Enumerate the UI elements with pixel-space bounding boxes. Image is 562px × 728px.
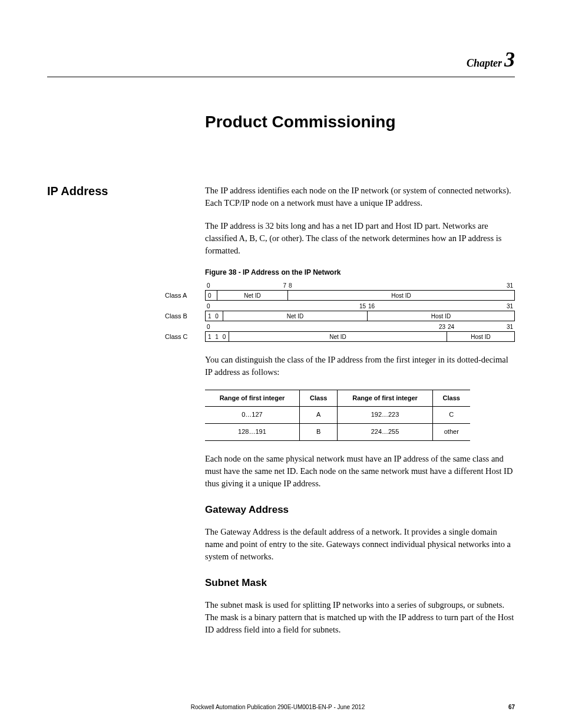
ip-class-range-table: Range of first integer Class Range of fi…: [205, 390, 470, 442]
page-title: Product Commissioning: [205, 113, 515, 131]
body-paragraph: The Gateway Address is the default addre…: [205, 526, 515, 563]
ip-class-diagram: 0 7 8 31 Class A 0 Net ID Host ID 0 15 1…: [165, 282, 515, 342]
prefix-bits: 0: [206, 291, 217, 300]
subsection-heading: Subnet Mask: [205, 576, 515, 591]
table-cell: 192…223: [338, 407, 432, 424]
hostid-segment: Host ID: [368, 311, 514, 321]
bit-num: 15: [219, 303, 366, 309]
table-header: Range of first integer: [338, 390, 432, 407]
body-paragraph: You can distinguish the class of the IP …: [205, 354, 515, 378]
table-header: Class: [299, 390, 338, 407]
figure-caption: Figure 38 - IP Address on the IP Network: [205, 268, 515, 278]
table-cell: other: [432, 424, 470, 441]
body-paragraph: The IP address identifies each node on t…: [205, 185, 515, 209]
subsection-heading: Gateway Address: [205, 503, 515, 518]
table-cell: A: [299, 407, 338, 424]
body-paragraph: The subnet mask is used for splitting IP…: [205, 599, 515, 636]
table-header: Class: [432, 390, 470, 407]
page-footer: Rockwell Automation Publication 290E-UM0…: [47, 704, 515, 710]
bit-num: 0: [207, 303, 219, 309]
table-cell: C: [432, 407, 470, 424]
chapter-number: 3: [504, 48, 515, 71]
bit-num: 8: [286, 282, 295, 289]
table-cell: 224…255: [338, 424, 432, 441]
bit-num: 31: [295, 282, 513, 289]
class-label: Class A: [165, 292, 205, 299]
bit-num: 31: [378, 303, 513, 309]
publication-info: Rockwell Automation Publication 290E-UM0…: [47, 704, 508, 710]
class-label: Class C: [165, 333, 205, 340]
body-paragraph: The IP address is 32 bits long and has a…: [205, 220, 515, 257]
class-label: Class B: [165, 312, 205, 319]
netid-segment: Net ID: [217, 291, 288, 300]
bit-num: 0: [207, 282, 219, 289]
hostid-segment: Host ID: [288, 291, 514, 300]
page-number: 67: [508, 704, 515, 710]
netid-segment: Net ID: [229, 332, 447, 341]
table-header: Range of first integer: [205, 390, 299, 407]
netid-segment: Net ID: [223, 311, 368, 321]
body-paragraph: Each node on the same physical network m…: [205, 453, 515, 490]
chapter-word: Chapter: [467, 57, 502, 69]
bit-num: 16: [366, 303, 378, 309]
prefix-bits: 1 0: [206, 311, 223, 321]
table-cell: B: [299, 424, 338, 441]
header-rule: [47, 77, 515, 77]
prefix-bits: 1 1 0: [206, 332, 229, 341]
bit-num: 7: [219, 282, 286, 289]
section-heading: IP Address: [47, 185, 205, 198]
hostid-segment: Host ID: [447, 332, 514, 341]
bit-num: 0: [207, 324, 219, 330]
bit-num: 24: [445, 324, 457, 330]
table-cell: 0…127: [205, 407, 299, 424]
chapter-header: Chapter 3: [47, 47, 515, 72]
table-cell: 128…191: [205, 424, 299, 441]
bit-num: 31: [457, 324, 513, 330]
bit-num: 23: [219, 324, 445, 330]
